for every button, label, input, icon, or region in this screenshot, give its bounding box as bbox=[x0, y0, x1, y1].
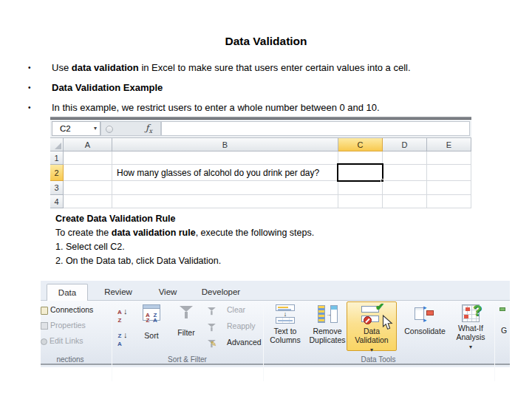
properties-label: Properties bbox=[50, 321, 86, 330]
pencil-icon: ✎ bbox=[211, 340, 216, 348]
connections-icon bbox=[41, 307, 48, 315]
cell-a2[interactable] bbox=[64, 165, 112, 181]
row-header-1[interactable]: 1 bbox=[50, 151, 64, 165]
cell-b3[interactable] bbox=[112, 181, 338, 195]
fx-x: x bbox=[149, 128, 152, 134]
column-header-e[interactable]: E bbox=[427, 138, 471, 151]
cell-c3[interactable] bbox=[338, 181, 383, 195]
row-header-3[interactable]: 3 bbox=[50, 181, 64, 195]
edit-links-icon bbox=[41, 338, 47, 345]
formula-bar: C2 ▾ ƒx bbox=[50, 120, 471, 138]
cell-a3[interactable] bbox=[64, 181, 112, 195]
select-all-corner[interactable] bbox=[50, 138, 64, 151]
row-header-4[interactable]: 4 bbox=[50, 195, 64, 208]
formula-input[interactable] bbox=[161, 121, 470, 136]
cell-e3[interactable] bbox=[427, 181, 471, 195]
consolidate-button[interactable]: ▸ ▸ Consolidate bbox=[401, 304, 449, 335]
group-label-sort-filter: Sort & Filter bbox=[112, 355, 263, 364]
sort-asc-z-icon: Z bbox=[116, 318, 123, 324]
cell-d1[interactable] bbox=[383, 151, 427, 165]
instr-post: , execute the following steps. bbox=[196, 228, 315, 238]
partial-group-button[interactable]: G bbox=[498, 326, 510, 335]
sort-label: Sort bbox=[137, 331, 166, 340]
text-to-columns-label: Text to Columns bbox=[265, 327, 305, 344]
text-to-columns-icon: ↓ bbox=[276, 304, 295, 325]
cell-e4[interactable] bbox=[427, 195, 471, 208]
formula-bar-controls: ƒx bbox=[100, 121, 161, 136]
excel-ribbon-screenshot: Data Review View Developer Connections P… bbox=[41, 281, 510, 367]
bullet-text-pre: In this example, we restrict users to en… bbox=[52, 102, 380, 113]
tab-developer[interactable]: Developer bbox=[194, 284, 248, 301]
check-icon: ✔ bbox=[375, 302, 384, 311]
bullet-icon: • bbox=[28, 103, 31, 112]
column-header-a[interactable]: A bbox=[64, 138, 112, 151]
partial-group-icon bbox=[499, 304, 505, 313]
instr-bold: data validation rule bbox=[112, 228, 196, 238]
group-divider bbox=[263, 303, 264, 381]
ribbon-body: Connections Properties Edit Links nectio… bbox=[41, 301, 510, 365]
instructions-step2: 2. On the Data tab, click Data Validatio… bbox=[55, 254, 469, 268]
connections-label: Connections bbox=[50, 305, 93, 314]
column-header-b[interactable]: B bbox=[112, 138, 338, 151]
cell-d3[interactable] bbox=[383, 181, 427, 195]
sort-icon-a2: A bbox=[151, 318, 159, 324]
sort-icon: AZ ZA bbox=[143, 304, 160, 321]
advanced-button[interactable]: ✎Advanced bbox=[208, 338, 262, 347]
properties-button[interactable]: Properties bbox=[41, 321, 86, 330]
fx-icon[interactable]: ƒx bbox=[146, 123, 152, 134]
connections-button[interactable]: Connections bbox=[41, 305, 93, 315]
filter-button[interactable]: Filter bbox=[171, 306, 202, 337]
bullet-icon: • bbox=[28, 83, 31, 92]
tab-view[interactable]: View bbox=[149, 284, 187, 301]
excel-worksheet-screenshot: C2 ▾ ƒx A B C D E 1 2 3 4 How many glass… bbox=[50, 117, 471, 211]
corner-triangle-icon bbox=[55, 143, 61, 149]
filter-icon bbox=[180, 306, 193, 312]
instructions-heading: Create Data Validation Rule bbox=[55, 212, 469, 226]
what-if-analysis-button[interactable]: ? What-If Analysis ▾ bbox=[450, 304, 491, 352]
fill-handle[interactable] bbox=[381, 179, 384, 183]
cell-b4[interactable] bbox=[112, 195, 338, 208]
cell-e2[interactable] bbox=[427, 165, 471, 181]
cell-a4[interactable] bbox=[64, 195, 112, 208]
clear-filter-icon bbox=[208, 307, 216, 311]
group-label-data-tools: Data Tools bbox=[263, 355, 494, 364]
insert-function-button[interactable] bbox=[106, 126, 113, 133]
cell-b1[interactable] bbox=[112, 151, 338, 165]
tab-review[interactable]: Review bbox=[95, 284, 141, 301]
clear-button[interactable]: Clear bbox=[208, 305, 245, 314]
chevron-down-icon[interactable]: ▾ bbox=[94, 122, 97, 135]
sort-button[interactable]: AZ ZA Sort bbox=[137, 304, 166, 340]
filter-label: Filter bbox=[171, 328, 202, 337]
clear-label: Clear bbox=[227, 305, 245, 314]
cell-d4[interactable] bbox=[383, 195, 427, 208]
text-to-columns-button[interactable]: ↓ Text to Columns bbox=[265, 304, 305, 344]
chevron-down-icon: ▾ bbox=[370, 347, 373, 353]
consolidate-icon: ▸ ▸ bbox=[415, 304, 435, 324]
selected-cell-border[interactable] bbox=[337, 163, 383, 182]
what-if-analysis-label: What-If Analysis bbox=[450, 324, 491, 341]
arrow-down-icon: ↓ bbox=[276, 311, 295, 317]
edit-links-button[interactable]: Edit Links bbox=[41, 336, 83, 345]
cell-d2[interactable] bbox=[383, 165, 427, 181]
page-title: Data Validation bbox=[0, 35, 532, 48]
bullet-item: • In this example, we restrict users to … bbox=[28, 102, 508, 113]
sort-desc-a-icon: A bbox=[116, 341, 123, 347]
row-header-2[interactable]: 2 bbox=[50, 165, 64, 181]
bullet-text-bold: data validation bbox=[72, 62, 139, 73]
bullet-text: Use data validation in Excel to make sur… bbox=[52, 62, 508, 73]
cell-b2[interactable]: How many glasses of alcohol do you drink… bbox=[112, 165, 338, 181]
column-header-c[interactable]: C bbox=[338, 138, 383, 151]
cell-a1[interactable] bbox=[64, 151, 112, 165]
remove-duplicates-button[interactable]: → Remove Duplicates bbox=[307, 304, 348, 344]
bullet-text: In this example, we restrict users to en… bbox=[52, 102, 508, 113]
tab-data[interactable]: Data bbox=[47, 284, 88, 301]
cell-e1[interactable] bbox=[427, 151, 471, 165]
reapply-button[interactable]: Reapply bbox=[208, 321, 256, 330]
name-box[interactable]: C2 ▾ bbox=[52, 121, 100, 136]
bullet-text-bold: Data Validation Example bbox=[52, 82, 163, 93]
column-header-d[interactable]: D bbox=[383, 138, 427, 151]
cell-c4[interactable] bbox=[338, 195, 383, 208]
ribbon-tab-row: Data Review View Developer bbox=[41, 281, 510, 301]
bullet-text-pre: Use bbox=[52, 62, 72, 73]
no-entry-icon bbox=[364, 316, 372, 324]
